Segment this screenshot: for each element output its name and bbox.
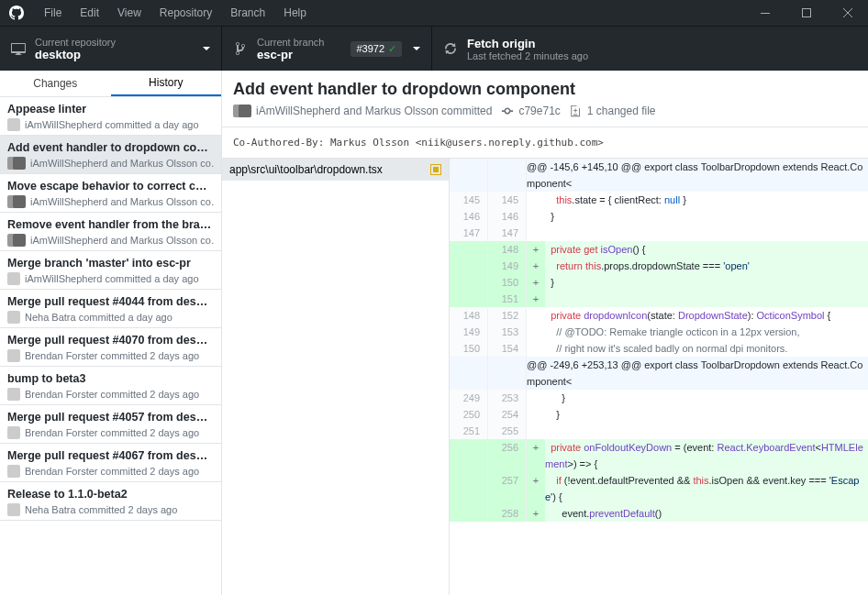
diff-line: 148152 private dropdownIcon(state: Dropd…	[450, 307, 868, 324]
avatar	[7, 503, 20, 516]
diff-line: @@ -249,6 +253,13 @@ export class Toolba…	[450, 357, 868, 390]
avatar	[7, 465, 20, 478]
menu-edit[interactable]: Edit	[71, 6, 108, 19]
commit-item-title: Merge pull request #4057 from desktop/…	[7, 411, 214, 424]
commit-item[interactable]: Remove event handler from the branches..…	[0, 213, 221, 251]
commit-item-title: Add event handler to dropdown compon…	[7, 141, 214, 154]
commit-item[interactable]: Release to 1.1.0-beta2Neha Batra committ…	[0, 482, 221, 521]
avatar	[7, 349, 20, 362]
repo-label: Current repository	[35, 37, 116, 48]
commit-title: Add event handler to dropdown component	[233, 80, 857, 99]
commit-item[interactable]: Appease linteriAmWillShepherd committed …	[0, 97, 221, 136]
file-list: app\src\ui\toolbar\dropdown.tsx	[222, 159, 450, 595]
diff-line: 147147	[450, 225, 868, 241]
diff-line: 249253 }	[450, 390, 868, 406]
commit-item[interactable]: Add event handler to dropdown compon…iAm…	[0, 136, 221, 174]
commit-sha: c79e71c	[501, 105, 560, 117]
svg-rect-1	[802, 9, 810, 17]
commit-item-title: Merge pull request #4044 from desktop/…	[7, 295, 214, 308]
tab-changes[interactable]: Changes	[0, 71, 111, 96]
sync-icon	[443, 41, 458, 56]
commit-item[interactable]: Move escape behavior to correct compo…iA…	[0, 174, 221, 213]
titlebar: FileEditViewRepositoryBranchHelp	[0, 0, 868, 26]
diff-line: 257+ if (!event.defaultPrevented && this…	[450, 472, 868, 505]
commit-description: Co-Authored-By: Markus Olsson <niik@user…	[222, 127, 868, 159]
commit-item-byline: iAmWillShepherd committed a day ago	[7, 118, 214, 131]
chevron-down-icon	[413, 47, 420, 51]
sidebar-tabs: Changes History	[0, 71, 221, 97]
fetch-button[interactable]: Fetch origin Last fetched 2 minutes ago	[432, 27, 868, 71]
commit-item-title: Merge pull request #4067 from desktop/…	[7, 449, 214, 462]
diff-line: 148+ private get isOpen() {	[450, 241, 868, 258]
minimize-button[interactable]	[744, 0, 785, 26]
commit-authors: iAmWillShepherd and Markus Olsson commit…	[233, 105, 492, 117]
commit-item-title: Appease linter	[7, 103, 214, 116]
close-button[interactable]	[827, 0, 868, 26]
branch-label: Current branch	[257, 37, 324, 48]
fetch-sub: Last fetched 2 minutes ago	[467, 50, 588, 61]
avatar-pair	[7, 234, 26, 247]
diff-line: 256+ private onFoldoutKeyDown = (event: …	[450, 439, 868, 472]
file-item[interactable]: app\src\ui\toolbar\dropdown.tsx	[222, 159, 449, 181]
commit-item-byline: Brendan Forster committed 2 days ago	[7, 426, 214, 439]
avatar-pair	[7, 195, 26, 208]
commit-item-byline: iAmWillShepherd and Markus Olsson co…	[7, 157, 214, 170]
menu-view[interactable]: View	[108, 6, 150, 19]
commit-item-byline: iAmWillShepherd and Markus Olsson co…	[7, 195, 214, 208]
diff-line: 149153 // @TODO: Remake triangle octicon…	[450, 324, 868, 340]
diff-line: 151+	[450, 291, 868, 307]
branch-icon	[233, 41, 248, 56]
commit-item-byline: Neha Batra committed a day ago	[7, 311, 214, 324]
commit-item-title: bump to beta3	[7, 372, 214, 385]
avatar	[7, 426, 20, 439]
toolbar: Current repository desktop Current branc…	[0, 26, 868, 71]
commit-item[interactable]: Merge pull request #4070 from desktop/…B…	[0, 328, 221, 367]
menu-branch[interactable]: Branch	[221, 6, 274, 19]
tab-history[interactable]: History	[111, 71, 222, 96]
commit-item-byline: Brendan Forster committed 2 days ago	[7, 388, 214, 401]
svg-rect-0	[761, 13, 770, 14]
commit-item-title: Merge pull request #4070 from desktop/…	[7, 334, 214, 347]
diff-line: 146146 }	[450, 208, 868, 225]
avatar	[7, 388, 20, 401]
changed-files: 1 changed file	[570, 105, 656, 117]
pr-badge: #3972 ✓	[351, 41, 402, 57]
diff-view[interactable]: @@ -145,6 +145,10 @@ export class Toolba…	[450, 159, 868, 595]
diff-line: 145145 this.state = { clientRect: null }	[450, 192, 868, 208]
commit-item-byline: Brendan Forster committed 2 days ago	[7, 349, 214, 362]
check-icon: ✓	[388, 43, 396, 55]
commit-list[interactable]: Appease linteriAmWillShepherd committed …	[0, 97, 221, 595]
diff-icon	[570, 105, 583, 117]
diff-line: 250254 }	[450, 406, 868, 423]
commit-item[interactable]: bump to beta3Brendan Forster committed 2…	[0, 367, 221, 405]
commit-item-byline: iAmWillShepherd and Markus Olsson co…	[7, 234, 214, 247]
commit-item-title: Remove event handler from the branches..	[7, 218, 214, 231]
menu-help[interactable]: Help	[274, 6, 316, 19]
chevron-down-icon	[203, 47, 210, 51]
commit-item[interactable]: Merge pull request #4067 from desktop/…B…	[0, 444, 221, 482]
maximize-button[interactable]	[785, 0, 827, 26]
branch-value: esc-pr	[257, 48, 324, 61]
modified-icon	[430, 164, 441, 175]
diff-line: 251255	[450, 423, 868, 439]
menu-file[interactable]: File	[35, 6, 71, 19]
commit-item-title: Move escape behavior to correct compo…	[7, 180, 214, 193]
commit-item[interactable]: Merge pull request #4057 from desktop/…B…	[0, 405, 221, 444]
commit-item-byline: Brendan Forster committed 2 days ago	[7, 465, 214, 478]
commit-item[interactable]: Merge pull request #4044 from desktop/…N…	[0, 290, 221, 328]
repo-dropdown[interactable]: Current repository desktop	[0, 27, 222, 71]
commit-header: Add event handler to dropdown component …	[222, 71, 868, 127]
menu-repository[interactable]: Repository	[150, 6, 221, 19]
computer-icon	[11, 41, 26, 56]
commit-item-title: Merge branch 'master' into esc-pr	[7, 257, 214, 270]
commit-icon	[501, 105, 514, 117]
github-logo-icon	[9, 6, 24, 20]
window-controls	[744, 0, 868, 26]
diff-line: 150154 // right now it's scaled badly on…	[450, 340, 868, 357]
commit-item-byline: Neha Batra committed 2 days ago	[7, 503, 214, 516]
avatar	[7, 311, 20, 324]
branch-dropdown[interactable]: Current branch esc-pr #3972 ✓	[222, 27, 432, 71]
commit-detail: Add event handler to dropdown component …	[222, 71, 868, 595]
commit-item[interactable]: Merge branch 'master' into esc-priAmWill…	[0, 251, 221, 290]
repo-value: desktop	[35, 48, 116, 61]
